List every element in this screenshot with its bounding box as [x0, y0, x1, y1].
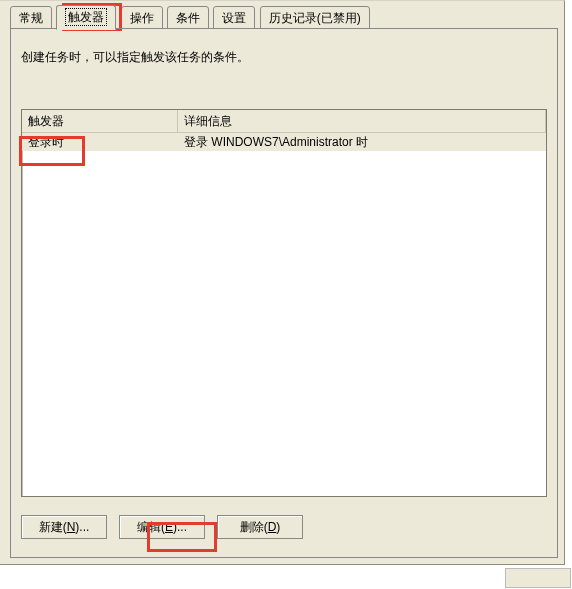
- delete-button[interactable]: 删除(D): [217, 515, 303, 539]
- triggers-listview[interactable]: 触发器 详细信息 登录时 登录 WINDOWS7\Administrator 时: [21, 109, 547, 497]
- tab-body: 创建任务时，可以指定触发该任务的条件。 触发器 详细信息 登录时 登录 WIND…: [10, 29, 558, 558]
- new-button[interactable]: 新建(N)...: [21, 515, 107, 539]
- delete-button-pre: 删除(: [240, 520, 268, 534]
- col-trigger[interactable]: 触发器: [22, 110, 178, 132]
- tab-actions[interactable]: 操作: [121, 6, 163, 30]
- edit-button[interactable]: 编辑(E)...: [119, 515, 205, 539]
- tab-history[interactable]: 历史记录(已禁用): [260, 6, 370, 30]
- new-button-post: )...: [75, 520, 89, 534]
- listview-header: 触发器 详细信息: [22, 110, 546, 133]
- tab-triggers-label: 触发器: [65, 8, 107, 26]
- tab-strip: 常规 触发器 操作 条件 设置 历史记录(已禁用): [0, 5, 564, 29]
- dialog-page: 常规 触发器 操作 条件 设置 历史记录(已禁用) 创建任务时，可以指定触发该任…: [0, 0, 565, 565]
- table-row[interactable]: 登录时 登录 WINDOWS7\Administrator 时: [22, 133, 546, 151]
- col-details[interactable]: 详细信息: [178, 110, 546, 132]
- delete-button-post: ): [276, 520, 280, 534]
- edit-button-pre: 编辑(: [137, 520, 165, 534]
- button-row: 新建(N)... 编辑(E)... 删除(D): [21, 515, 303, 539]
- edit-button-post: )...: [173, 520, 187, 534]
- tab-description: 创建任务时，可以指定触发该任务的条件。: [11, 29, 557, 76]
- tab-conditions[interactable]: 条件: [167, 6, 209, 30]
- tab-triggers[interactable]: 触发器: [56, 5, 116, 30]
- tab-settings[interactable]: 设置: [213, 6, 255, 30]
- cell-details: 登录 WINDOWS7\Administrator 时: [178, 133, 546, 152]
- footer-fragment: [505, 568, 571, 588]
- tab-general[interactable]: 常规: [10, 6, 52, 30]
- new-button-pre: 新建(: [39, 520, 67, 534]
- cell-trigger: 登录时: [22, 133, 178, 152]
- edit-button-underline: E: [165, 520, 173, 534]
